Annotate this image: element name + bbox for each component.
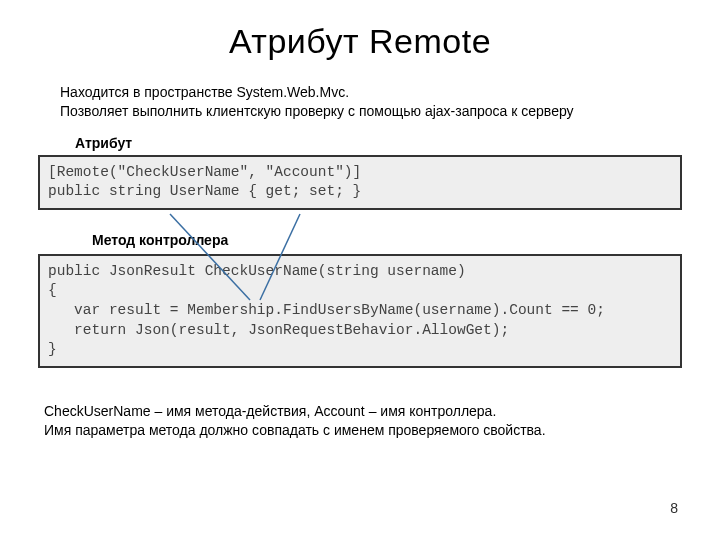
notes-line-2: Имя параметра метода должно совпадать с … [44,421,680,441]
page-number: 8 [670,500,678,516]
code-attribute-box: [Remote("CheckUserName", "Account")] pub… [38,155,682,210]
code-controller-box: public JsonResult CheckUserName(string u… [38,254,682,368]
attribute-label: Атрибут [75,135,720,151]
notes-line-1: CheckUserName – имя метода-действия, Acc… [44,402,680,422]
notes-text: CheckUserName – имя метода-действия, Acc… [44,402,680,441]
intro-text: Находится в пространстве System.Web.Mvc.… [60,83,680,121]
intro-line-1: Находится в пространстве System.Web.Mvc. [60,83,680,102]
intro-line-2: Позволяет выполнить клиентскую проверку … [60,102,680,121]
controller-label: Метод контроллера [92,232,720,248]
slide-title: Атрибут Remote [0,22,720,61]
